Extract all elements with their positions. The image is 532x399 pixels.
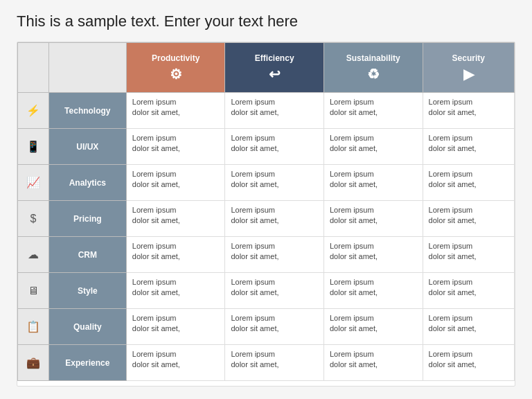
row-crm-cell-2: Lorem ipsumdolor sit amet,	[324, 237, 423, 273]
cell-line1: Lorem ipsum	[429, 277, 508, 287]
row-technology-cell-0: Lorem ipsumdolor sit amet,	[126, 93, 225, 129]
cell-line2: dolor sit amet,	[231, 360, 318, 370]
row-quality-cell-1: Lorem ipsumdolor sit amet,	[225, 309, 324, 345]
cell-line1: Lorem ipsum	[330, 241, 417, 251]
header-security: Security ▶	[423, 43, 514, 93]
row-style-label: Style	[48, 273, 126, 309]
header-icon-empty	[18, 43, 49, 93]
cell-line1: Lorem ipsum	[231, 133, 318, 143]
cell-line2: dolor sit amet,	[429, 215, 508, 226]
row-analytics-cell-2: Lorem ipsumdolor sit amet,	[324, 165, 423, 201]
row-analytics-icon: 📈	[18, 165, 49, 201]
row-style-cell-0: Lorem ipsumdolor sit amet,	[126, 273, 225, 309]
cell-line2: dolor sit amet,	[132, 143, 220, 154]
cell-line1: Lorem ipsum	[132, 241, 220, 251]
cell-line1: Lorem ipsum	[429, 169, 508, 179]
cell-line1: Lorem ipsum	[330, 205, 417, 215]
cell-line1: Lorem ipsum	[231, 97, 318, 107]
cell-line2: dolor sit amet,	[429, 179, 508, 190]
row-style-cell-3: Lorem ipsumdolor sit amet,	[423, 273, 514, 309]
row-experience-icon: 💼	[18, 345, 49, 381]
security-label: Security	[423, 53, 514, 63]
row-experience-cell-3: Lorem ipsumdolor sit amet,	[423, 345, 514, 381]
cell-line2: dolor sit amet,	[330, 215, 417, 226]
row-crm-cell-0: Lorem ipsumdolor sit amet,	[126, 237, 225, 273]
cell-line1: Lorem ipsum	[330, 169, 417, 179]
row-technology-icon: ⚡	[18, 93, 49, 129]
page-title: This is a sample text. Enter your text h…	[17, 12, 515, 30]
table-row: $PricingLorem ipsumdolor sit amet,Lorem …	[18, 201, 515, 237]
cell-line2: dolor sit amet,	[330, 179, 417, 190]
comparison-table: Productivity ⚙ Efficiency ↩ Sustainabili…	[17, 42, 515, 387]
row-uiux-cell-2: Lorem ipsumdolor sit amet,	[324, 129, 423, 165]
row-uiux-cell-3: Lorem ipsumdolor sit amet,	[423, 129, 514, 165]
cell-line1: Lorem ipsum	[231, 169, 318, 179]
cell-line1: Lorem ipsum	[231, 349, 318, 360]
header-efficiency: Efficiency ↩	[225, 43, 324, 93]
productivity-icon: ⚙	[127, 66, 225, 82]
productivity-label: Productivity	[127, 53, 225, 63]
row-technology-cell-2: Lorem ipsumdolor sit amet,	[324, 93, 423, 129]
cell-line2: dolor sit amet,	[132, 360, 220, 370]
row-experience-cell-1: Lorem ipsumdolor sit amet,	[225, 345, 324, 381]
cell-line2: dolor sit amet,	[231, 179, 318, 190]
table-row: 📋QualityLorem ipsumdolor sit amet,Lorem …	[18, 309, 515, 345]
cell-line2: dolor sit amet,	[231, 323, 318, 334]
cell-line1: Lorem ipsum	[330, 277, 417, 287]
cell-line2: dolor sit amet,	[429, 287, 508, 298]
row-experience-cell-0: Lorem ipsumdolor sit amet,	[126, 345, 225, 381]
row-experience-label: Experience	[48, 345, 126, 381]
cell-line1: Lorem ipsum	[132, 313, 220, 323]
cell-line1: Lorem ipsum	[132, 349, 220, 360]
row-experience-cell-2: Lorem ipsumdolor sit amet,	[324, 345, 423, 381]
cell-line1: Lorem ipsum	[429, 97, 508, 107]
row-analytics-cell-3: Lorem ipsumdolor sit amet,	[423, 165, 514, 201]
row-quality-cell-2: Lorem ipsumdolor sit amet,	[324, 309, 423, 345]
row-uiux-cell-0: Lorem ipsumdolor sit amet,	[126, 129, 225, 165]
cell-line2: dolor sit amet,	[231, 215, 318, 226]
row-quality-cell-3: Lorem ipsumdolor sit amet,	[423, 309, 514, 345]
cell-line2: dolor sit amet,	[330, 360, 417, 370]
cell-line2: dolor sit amet,	[231, 287, 318, 298]
cell-line1: Lorem ipsum	[429, 241, 508, 251]
cell-line2: dolor sit amet,	[429, 323, 508, 334]
cell-line2: dolor sit amet,	[330, 287, 417, 298]
cell-line2: dolor sit amet,	[132, 107, 220, 118]
row-style-icon: 🖥	[18, 273, 49, 309]
row-pricing-icon: $	[18, 201, 49, 237]
row-quality-cell-0: Lorem ipsumdolor sit amet,	[126, 309, 225, 345]
cell-line1: Lorem ipsum	[330, 349, 417, 360]
row-pricing-cell-2: Lorem ipsumdolor sit amet,	[324, 201, 423, 237]
cell-line1: Lorem ipsum	[429, 313, 508, 323]
cell-line1: Lorem ipsum	[330, 133, 417, 143]
sustainability-label: Sustainability	[324, 53, 423, 63]
cell-line2: dolor sit amet,	[132, 323, 220, 334]
row-crm-cell-3: Lorem ipsumdolor sit amet,	[423, 237, 514, 273]
table-row: 🖥StyleLorem ipsumdolor sit amet,Lorem ip…	[18, 273, 515, 309]
cell-line1: Lorem ipsum	[429, 205, 508, 215]
cell-line2: dolor sit amet,	[132, 287, 220, 298]
header-sustainability: Sustainability ♻	[324, 43, 423, 93]
row-pricing-label: Pricing	[48, 201, 126, 237]
row-pricing-cell-3: Lorem ipsumdolor sit amet,	[423, 201, 514, 237]
cell-line1: Lorem ipsum	[330, 313, 417, 323]
efficiency-icon: ↩	[225, 66, 323, 82]
row-crm-label: CRM	[48, 237, 126, 273]
row-quality-icon: 📋	[18, 309, 49, 345]
row-technology-cell-3: Lorem ipsumdolor sit amet,	[423, 93, 514, 129]
cell-line1: Lorem ipsum	[330, 97, 417, 107]
table-row: ☁CRMLorem ipsumdolor sit amet,Lorem ipsu…	[18, 237, 515, 273]
sustainability-icon: ♻	[324, 66, 423, 82]
table-row: 📱UI/UXLorem ipsumdolor sit amet,Lorem ip…	[18, 129, 515, 165]
cell-line2: dolor sit amet,	[132, 251, 220, 262]
cell-line2: dolor sit amet,	[132, 179, 220, 190]
cell-line2: dolor sit amet,	[429, 360, 508, 370]
row-technology-cell-1: Lorem ipsumdolor sit amet,	[225, 93, 324, 129]
cell-line1: Lorem ipsum	[132, 97, 220, 107]
row-uiux-icon: 📱	[18, 129, 49, 165]
row-uiux-cell-1: Lorem ipsumdolor sit amet,	[225, 129, 324, 165]
row-analytics-cell-1: Lorem ipsumdolor sit amet,	[225, 165, 324, 201]
row-analytics-label: Analytics	[48, 165, 126, 201]
cell-line1: Lorem ipsum	[429, 349, 508, 360]
cell-line1: Lorem ipsum	[429, 133, 508, 143]
